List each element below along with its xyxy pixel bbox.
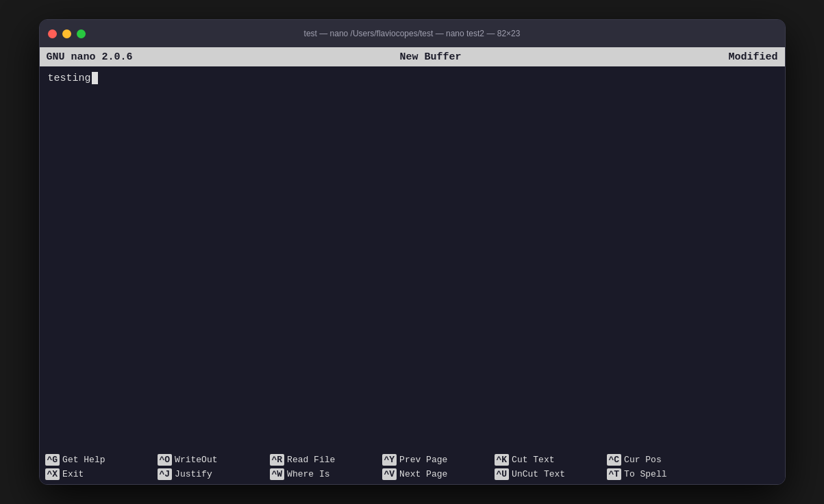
editor-line: testing (48, 72, 777, 84)
minimize-button[interactable] (62, 29, 71, 38)
terminal-area[interactable]: GNU nano 2.0.6 New Buffer Modified testi… (40, 47, 785, 484)
shortcut-key-r: ^R (270, 454, 285, 466)
shortcut-label-writeout: WriteOut (175, 455, 217, 465)
shortcut-cut-text[interactable]: ^K Cut Text (495, 454, 604, 466)
shortcut-key-j: ^J (158, 468, 173, 480)
shortcut-key-v: ^V (382, 468, 397, 480)
shortcut-key-k: ^K (495, 454, 510, 466)
shortcut-label-cut-text: Cut Text (512, 455, 554, 465)
shortcut-label-read-file: Read File (287, 455, 335, 465)
shortcut-label-prev-page: Prev Page (399, 455, 447, 465)
shortcut-label-justify: Justify (175, 469, 212, 479)
shortcut-label-next-page: Next Page (399, 469, 447, 479)
maximize-button[interactable] (77, 29, 86, 38)
shortcut-key-c: ^C (607, 454, 622, 466)
nano-buffer: New Buffer (400, 51, 462, 63)
close-button[interactable] (48, 29, 57, 38)
window-title: test — nano /Users/flaviocopes/test — na… (304, 29, 521, 38)
shortcut-key-y: ^Y (382, 454, 397, 466)
shortcut-to-spell[interactable]: ^T To Spell (607, 468, 716, 480)
shortcut-label-exit: Exit (62, 469, 84, 479)
editor-area[interactable]: testing (40, 66, 785, 450)
text-cursor (92, 72, 98, 84)
nano-version: GNU nano 2.0.6 (47, 51, 133, 63)
shortcut-key-g: ^G (45, 454, 60, 466)
shortcut-read-file[interactable]: ^R Read File (270, 454, 379, 466)
shortcut-key-o: ^O (158, 454, 173, 466)
shortcut-next-page[interactable]: ^V Next Page (382, 468, 492, 480)
shortcut-label-uncut-text: UnCut Text (512, 469, 565, 479)
shortcut-get-help[interactable]: ^G Get Help (45, 454, 155, 466)
shortcut-label-to-spell: To Spell (624, 469, 666, 479)
shortcut-prev-page[interactable]: ^Y Prev Page (382, 454, 492, 466)
shortcut-key-x: ^X (45, 468, 60, 480)
shortcut-label-where-is: Where Is (287, 469, 329, 479)
shortcut-key-w: ^W (270, 468, 285, 480)
shortcut-label-get-help: Get Help (62, 455, 105, 465)
shortcut-label-cur-pos: Cur Pos (624, 455, 662, 465)
editor-text: testing (48, 73, 91, 84)
terminal-window: test — nano /Users/flaviocopes/test — na… (39, 19, 786, 485)
nano-header: GNU nano 2.0.6 New Buffer Modified (40, 47, 785, 66)
shortcut-exit[interactable]: ^X Exit (45, 468, 155, 480)
shortcut-uncut-text[interactable]: ^U UnCut Text (495, 468, 604, 480)
shortcut-key-u: ^U (495, 468, 510, 480)
traffic-lights (48, 29, 86, 38)
shortcut-where-is[interactable]: ^W Where Is (270, 468, 379, 480)
shortcut-justify[interactable]: ^J Justify (158, 468, 267, 480)
shortcut-key-t: ^T (607, 468, 622, 480)
shortcut-cur-pos[interactable]: ^C Cur Pos (607, 454, 716, 466)
title-bar: test — nano /Users/flaviocopes/test — na… (40, 20, 785, 47)
shortcuts-row-1: ^G Get Help ^O WriteOut ^R Read File ^Y … (40, 453, 785, 467)
nano-footer: ^G Get Help ^O WriteOut ^R Read File ^Y … (40, 450, 785, 484)
nano-status: Modified (728, 51, 777, 63)
shortcuts-row-2: ^X Exit ^J Justify ^W Where Is ^V Next P… (40, 467, 785, 481)
shortcut-writeout[interactable]: ^O WriteOut (158, 454, 267, 466)
